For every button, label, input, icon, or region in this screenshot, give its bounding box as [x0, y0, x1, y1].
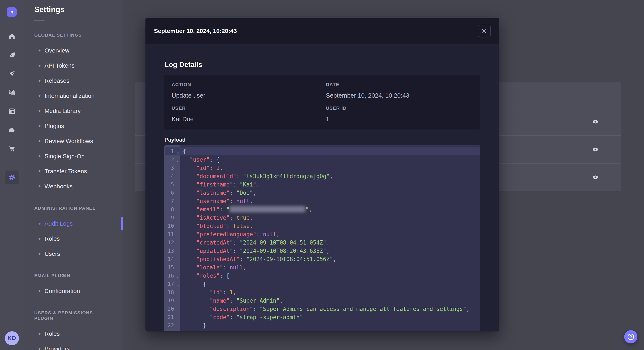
bullet-icon [38, 333, 40, 335]
code-line: 23 ] [164, 330, 480, 331]
sidebar-item-api-tokens[interactable]: API Tokens [24, 58, 123, 73]
line-number: 22 [164, 322, 180, 329]
sidebar-item-overview[interactable]: Overview [24, 43, 123, 58]
cloud-icon[interactable] [8, 126, 16, 134]
bullet-icon [38, 185, 40, 187]
code-line-content: "lastname": "Doe", [180, 190, 256, 196]
help-button[interactable]: ? [624, 330, 638, 344]
sidebar-item-plugins[interactable]: Plugins [24, 118, 123, 134]
cloud-icon [8, 126, 16, 134]
sidebar-item-media-library[interactable]: Media Library [24, 103, 123, 118]
nav-item-list: RolesProviders [24, 326, 123, 350]
sidebar-item-audit-logs[interactable]: Audit Logs [24, 216, 123, 231]
code-line: 11 "preferedLanguage": null, [164, 230, 480, 238]
code-line: 13 "updatedAt": "2024-09-10T08:20:43.638… [164, 247, 480, 255]
code-line-content: "firstname": "Kai", [180, 181, 260, 188]
line-number: 9 [164, 214, 180, 221]
rail-item-gear-active[interactable] [5, 171, 19, 184]
eye-icon [592, 118, 600, 125]
code-line: 7 "username": null, [164, 197, 480, 205]
nav-section-header-users-permissions-plugin: USERS & PERMISSIONS PLUGIN [34, 310, 112, 321]
bullet-icon [38, 95, 40, 97]
log-details-box: ACTIONUpdate userDATESeptember 10, 2024,… [164, 75, 480, 130]
line-number: 21 [164, 314, 180, 320]
nav-section-header-administration-panel: ADMINISTRATION PANEL [34, 205, 112, 211]
code-line: 8 "email": "", [164, 205, 480, 213]
line-number: 11 [164, 231, 180, 237]
bullet-icon [38, 110, 40, 112]
close-button[interactable] [478, 25, 491, 37]
sidebar-item-label: Internationalization [44, 93, 94, 99]
app-root: KD Settings GLOBAL SETTINGSOverviewAPI T… [0, 0, 644, 350]
close-icon [481, 28, 488, 34]
eye-icon [592, 174, 600, 180]
fold-caret-icon[interactable]: ⌄ [176, 150, 179, 154]
sidebar-item-label: Audit Logs [44, 220, 72, 227]
code-line: 10 "blocked": false, [164, 222, 480, 230]
line-number: 10 [164, 223, 180, 229]
payload-label: Payload [164, 137, 480, 142]
home-icon[interactable] [8, 33, 16, 40]
bullet-icon [38, 223, 40, 224]
line-number: 19 [164, 298, 180, 304]
field-label: ACTION [172, 82, 326, 87]
sidebar-item-releases[interactable]: Releases [24, 73, 123, 88]
sidebar-item-label: Providers [44, 346, 70, 350]
code-line-content: ] [180, 331, 200, 331]
detail-field-user: USERKai Doe [172, 105, 326, 124]
code-line: 5 "firstname": "Kai", [164, 180, 480, 189]
feather-icon [8, 51, 16, 59]
rail-icon-list [0, 33, 24, 184]
fold-caret-icon[interactable]: ⌄ [176, 275, 179, 278]
bullet-icon [38, 155, 40, 157]
view-log-button[interactable] [591, 118, 600, 125]
line-number: 16⌄ [164, 273, 180, 279]
layout-icon [8, 108, 16, 115]
sidebar-item-roles[interactable]: Roles [24, 326, 123, 341]
code-line: 14 "publishedAt": "2024-09-10T08:04:51.0… [164, 255, 480, 263]
payload-code-viewer[interactable]: 1⌄{2⌄ "user": {3 "id": 1,4 "documentId":… [164, 145, 480, 331]
bullet-icon [38, 290, 40, 292]
code-line-content: "code": "strapi-super-admin" [180, 314, 303, 321]
strapi-logo[interactable] [7, 7, 16, 17]
page-title: Settings [34, 5, 123, 14]
code-line-content: "isActive": true, [180, 214, 253, 221]
sidebar-item-webhooks[interactable]: Webhooks [24, 179, 123, 194]
feather-icon[interactable] [8, 51, 16, 59]
media-icon[interactable] [8, 89, 16, 96]
detail-field-date: DATESeptember 10, 2024, 10:20:43 [326, 82, 473, 100]
view-log-button[interactable] [591, 146, 600, 153]
sidebar-item-label: Plugins [44, 123, 64, 130]
layout-icon[interactable] [8, 108, 16, 115]
sidebar-item-internationalization[interactable]: Internationalization [24, 88, 123, 103]
sidebar-item-transfer-tokens[interactable]: Transfer Tokens [24, 164, 123, 179]
code-line-content: "id": 1, [180, 165, 223, 171]
bullet-icon [38, 49, 40, 51]
eye-icon [592, 146, 600, 153]
cart-icon[interactable] [8, 145, 16, 152]
sidebar-item-roles[interactable]: Roles [24, 231, 123, 246]
field-label: USER ID [326, 105, 473, 111]
view-log-button[interactable] [591, 174, 600, 181]
code-line-content: "description": "Super Admins can access … [180, 306, 470, 312]
code-line-content: "name": "Super Admin", [180, 298, 283, 304]
line-number: 20 [164, 306, 180, 312]
sidebar-item-single-sign-on[interactable]: Single Sign-On [24, 149, 123, 164]
field-value: Kai Doe [172, 115, 326, 124]
code-line: 3 "id": 1, [164, 164, 480, 172]
avatar[interactable]: KD [5, 331, 19, 345]
line-number: 13 [164, 248, 180, 254]
line-number: 3 [164, 165, 180, 171]
code-line: 19 "name": "Super Admin", [164, 296, 480, 305]
question-mark-icon: ? [630, 335, 632, 339]
sidebar-item-label: Users [44, 250, 60, 257]
sidebar-item-users[interactable]: Users [24, 246, 123, 261]
nav-item-list: OverviewAPI TokensReleasesInternationali… [24, 43, 123, 194]
sidebar-item-configuration[interactable]: Configuration [24, 283, 123, 299]
sidebar-item-review-workflows[interactable]: Review Workflows [24, 134, 123, 149]
fold-caret-icon[interactable]: ⌄ [176, 283, 179, 287]
sidebar-item-label: Overview [44, 47, 70, 54]
sidebar-item-providers[interactable]: Providers [24, 341, 123, 350]
fold-caret-icon[interactable]: ⌄ [176, 159, 179, 162]
paper-plane-icon[interactable] [8, 70, 16, 77]
